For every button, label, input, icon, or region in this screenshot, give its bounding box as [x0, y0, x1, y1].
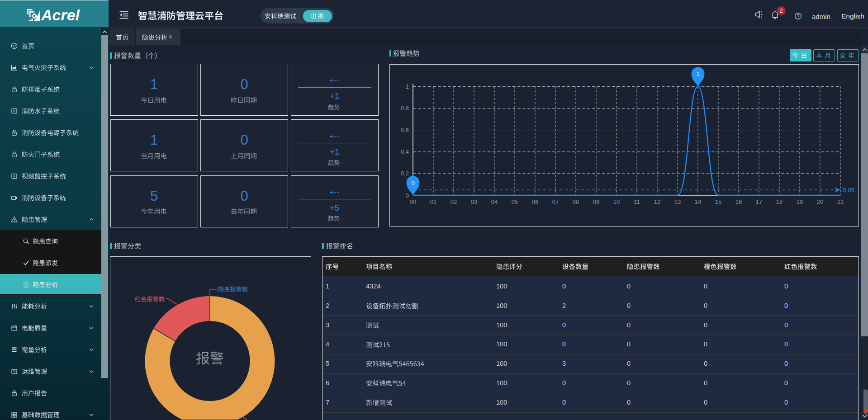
svg-text:15: 15 [715, 198, 721, 205]
svg-text:0.05: 0.05 [843, 187, 854, 193]
svg-text:05: 05 [512, 198, 518, 205]
svg-text:0.2: 0.2 [401, 170, 409, 177]
svg-text:0.8: 0.8 [401, 105, 409, 112]
svg-text:17: 17 [756, 198, 762, 205]
svg-text:18: 18 [776, 198, 783, 205]
svg-text:20: 20 [817, 198, 823, 205]
svg-text:13: 13 [674, 198, 681, 205]
svg-text:14: 14 [695, 198, 701, 205]
svg-text:10: 10 [613, 198, 620, 205]
svg-text:19: 19 [797, 198, 803, 205]
svg-text:1: 1 [406, 83, 409, 90]
svg-text:04: 04 [491, 198, 498, 205]
svg-text:02: 02 [451, 198, 457, 205]
svg-text:01: 01 [430, 198, 436, 205]
svg-text:12: 12 [654, 198, 660, 205]
svg-text:06: 06 [532, 198, 538, 205]
svg-text:0.6: 0.6 [401, 127, 409, 133]
svg-text:03: 03 [471, 198, 477, 205]
svg-text:11: 11 [634, 198, 640, 205]
svg-text:16: 16 [735, 198, 742, 205]
svg-text:07: 07 [552, 198, 559, 205]
svg-text:00: 00 [410, 198, 416, 205]
svg-text:0.4: 0.4 [401, 148, 409, 155]
svg-text:09: 09 [593, 198, 599, 205]
svg-text:0: 0 [406, 192, 409, 199]
svg-text:21: 21 [837, 198, 844, 205]
svg-text:1: 1 [696, 71, 699, 77]
svg-text:08: 08 [573, 198, 579, 205]
svg-text:0: 0 [411, 179, 414, 186]
